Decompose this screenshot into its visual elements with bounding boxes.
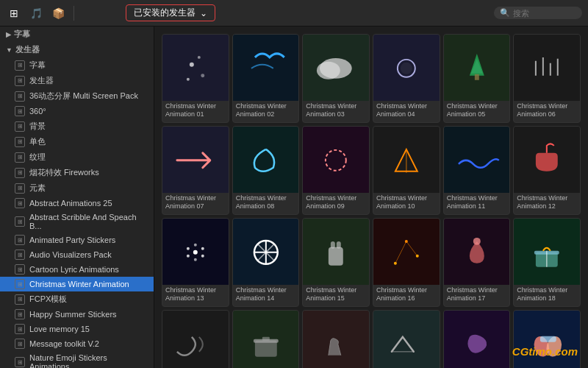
search-box: 🔍 [494, 7, 582, 19]
sidebar-item-abstract-25[interactable]: ⊞Abstract Animations 25 [0, 196, 154, 210]
grid-item-6[interactable]: Christmas WinterAnimation 06 [513, 34, 581, 123]
search-input[interactable] [513, 9, 572, 18]
grid-item-12[interactable]: Christmas WinterAnimation 12 [513, 126, 581, 215]
grid-item-thumbnail [233, 127, 299, 193]
grid-item-label: Christmas WinterAnimation 06 [514, 101, 580, 122]
sidebar-item-label: 背景 [29, 121, 46, 132]
grid-item-2[interactable]: Christmas WinterAnimation 02 [232, 34, 300, 123]
svg-point-37 [473, 238, 481, 245]
grid-item-15[interactable]: Christmas WinterAnimation 15 [302, 218, 370, 307]
sidebar-item-yan-hua[interactable]: ⊞烟花特效 Fireworks [0, 165, 154, 180]
sidebar-item-love-memory[interactable]: ⊞Love memory 15 [0, 322, 154, 336]
grid-area: Christmas WinterAnimation 01 Christmas W… [154, 26, 588, 368]
grid-item-thumbnail [444, 219, 510, 285]
grid-item-thumbnail [162, 311, 229, 368]
grid-item-18[interactable]: Christmas WinterAnimation 18 [513, 218, 581, 307]
sidebar-item-fcpx[interactable]: ⊞FCPX模板 [0, 291, 154, 307]
grid-item-thumbnail [303, 219, 369, 285]
grid-item-thumbnail [233, 219, 299, 285]
grid-item-label: Christmas WinterAnimation 05 [444, 101, 510, 122]
grid-item-label: Christmas WinterAnimation 14 [233, 285, 299, 306]
sidebar-items: ⊞字幕⊞发生器⊞36动态分屏 Multi Screen Pack⊞360°⊞背景… [0, 57, 154, 368]
grid-item-label: Christmas WinterAnimation 17 [444, 285, 510, 306]
grid-item-thumbnail [373, 311, 440, 368]
sidebar-item-label: FCPX模板 [29, 294, 67, 305]
sidebar-item-label: Audio Visualizers Pack [29, 250, 112, 259]
toolbar: ⊞ 🎵 📦 已安装的发生器 ⌄ 🔍 [0, 0, 588, 26]
sidebar-item-bei-jing[interactable]: ⊞背景 [0, 118, 154, 134]
sidebar-item-nature-emoji[interactable]: ⊞Nature Emoji Stickers Animations [0, 351, 154, 368]
sidebar-item-wen-li[interactable]: ⊞纹理 [0, 149, 154, 165]
svg-point-23 [194, 258, 197, 261]
svg-point-7 [401, 63, 412, 74]
grid-item-thumbnail [444, 127, 510, 193]
svg-rect-31 [337, 241, 341, 249]
svg-point-32 [394, 262, 397, 265]
grid-item-24[interactable]: Christmas WinterAnimation 24 [513, 310, 581, 368]
sidebar-item-label: 单色 [29, 136, 46, 147]
sidebar-item-cartoon-lyric[interactable]: ⊞Cartoon Lyric Animations [0, 262, 154, 277]
grid-item-7[interactable]: Christmas WinterAnimation 07 [162, 126, 229, 215]
sidebar-item-animated-party[interactable]: ⊞Animated Party Stickers [0, 233, 154, 247]
grid-item-label: Christmas WinterAnimation 07 [162, 193, 229, 214]
svg-point-18 [187, 247, 190, 250]
sidebar-item-icon: ⊞ [15, 235, 25, 245]
grid-item-22[interactable]: Christmas WinterAnimation 22 [373, 310, 440, 368]
sidebar-item-360[interactable]: ⊞360° [0, 104, 154, 118]
sidebar-item-icon: ⊞ [15, 216, 25, 227]
sidebar-section-fashengqi[interactable]: ▼ 发生器 [0, 42, 154, 57]
sidebar-item-icon: ⊞ [15, 250, 25, 260]
sidebar-item-fa-sheng-qi[interactable]: ⊞发生器 [0, 73, 154, 88]
grid-item-3[interactable]: Christmas WinterAnimation 03 [302, 34, 370, 123]
grid-item-label: Christmas WinterAnimation 18 [514, 285, 580, 306]
svg-point-15 [326, 150, 346, 171]
sidebar-item-label: 发生器 [29, 75, 54, 86]
grid-item-14[interactable]: Christmas WinterAnimation 14 [232, 218, 300, 307]
sidebar-item-abstract-scribble[interactable]: ⊞Abstract Scribble And Speach B... [0, 210, 154, 233]
sidebar-item-yuan-su[interactable]: ⊞元素 [0, 180, 154, 196]
toolbar-icon-2[interactable]: 🎵 [28, 5, 44, 21]
grid-item-8[interactable]: Christmas WinterAnimation 08 [232, 126, 300, 215]
grid-item-thumbnail [162, 127, 229, 193]
sidebar-item-happy-summer[interactable]: ⊞Happy Summer Stickers [0, 307, 154, 322]
svg-point-0 [190, 63, 194, 67]
toolbar-icon-3[interactable]: 📦 [50, 5, 66, 21]
sidebar-item-icon: ⊞ [15, 76, 25, 86]
sidebar-item-message-toolkit[interactable]: ⊞Message toolkit V.2 [0, 336, 154, 351]
grid-item-20[interactable]: Christmas WinterAnimation 20 [232, 310, 300, 368]
grid-item-11[interactable]: Christmas WinterAnimation 11 [443, 126, 511, 215]
sidebar-item-label: 字幕 [29, 60, 46, 71]
installed-generators-dropdown[interactable]: 已安装的发生器 ⌄ [126, 4, 215, 21]
grid-item-21[interactable]: Christmas WinterAnimation 21 [302, 310, 370, 368]
grid-item-17[interactable]: Christmas WinterAnimation 17 [443, 218, 511, 307]
svg-point-21 [201, 255, 204, 258]
sidebar-item-christmas-winter[interactable]: ⊞Christmas Winter Animation [0, 277, 154, 291]
grid-item-23[interactable]: Christmas WinterAnimation 23 [443, 310, 511, 368]
grid-item-1[interactable]: Christmas WinterAnimation 01 [162, 34, 229, 123]
svg-line-36 [406, 241, 417, 256]
sidebar-item-dan-se[interactable]: ⊞单色 [0, 134, 154, 149]
section-label: 字幕 [14, 29, 30, 40]
sidebar-item-36-multi[interactable]: ⊞36动态分屏 Multi Screen Pack [0, 88, 154, 104]
grid-item-4[interactable]: Christmas WinterAnimation 04 [373, 34, 440, 123]
sidebar-item-audio-viz[interactable]: ⊞Audio Visualizers Pack [0, 247, 154, 262]
toolbar-icon-1[interactable]: ⊞ [6, 5, 22, 21]
grid-item-16[interactable]: Christmas WinterAnimation 16 [373, 218, 440, 307]
grid-item-9[interactable]: Christmas WinterAnimation 09 [302, 126, 370, 215]
sidebar-item-icon: ⊞ [15, 339, 25, 349]
main-area: ▶ 字幕 ▼ 发生器 ⊞字幕⊞发生器⊞36动态分屏 Multi Screen P… [0, 26, 588, 368]
grid-item-thumbnail [373, 35, 440, 101]
grid-item-5[interactable]: Christmas WinterAnimation 05 [443, 34, 511, 123]
svg-point-5 [317, 62, 340, 79]
sidebar-section-zimu[interactable]: ▶ 字幕 [0, 26, 154, 42]
grid-item-13[interactable]: Christmas WinterAnimation 13 [162, 218, 229, 307]
sidebar-item-icon: ⊞ [15, 137, 25, 147]
grid-item-19[interactable]: Christmas WinterAnimation 19 [162, 310, 229, 368]
grid-item-10[interactable]: Christmas WinterAnimation 10 [373, 126, 440, 215]
sidebar-item-icon: ⊞ [15, 198, 25, 208]
sidebar-item-zi-mu[interactable]: ⊞字幕 [0, 57, 154, 73]
sidebar-item-icon: ⊞ [15, 183, 25, 194]
grid-item-thumbnail [233, 311, 299, 368]
svg-line-35 [395, 241, 406, 263]
animation-grid: Christmas WinterAnimation 01 Christmas W… [162, 34, 581, 368]
